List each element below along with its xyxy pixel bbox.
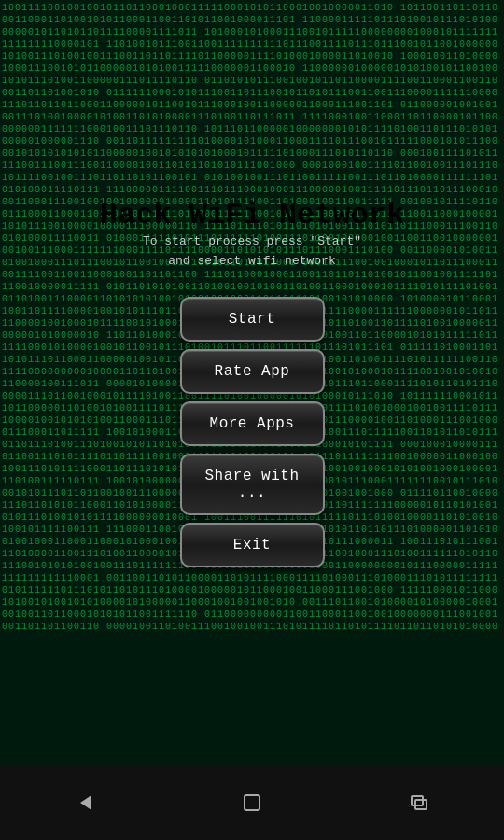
button-container: Start Rate App More Apps Share with ... … — [159, 297, 345, 567]
more-apps-button[interactable]: More Apps — [180, 401, 325, 446]
svg-marker-0 — [80, 795, 91, 810]
rate-app-button[interactable]: Rate App — [180, 349, 325, 394]
svg-rect-1 — [245, 795, 259, 810]
recents-button[interactable] — [403, 786, 437, 819]
start-button[interactable]: Start — [180, 297, 325, 342]
exit-button[interactable]: Exit — [180, 523, 325, 567]
bottom-navigation-bar — [0, 765, 504, 840]
home-button[interactable] — [235, 786, 269, 819]
back-button[interactable] — [67, 786, 101, 819]
app-subtitle: To start process press "Start" and selec… — [143, 232, 361, 272]
app-title: Hack WiFi Network — [100, 198, 404, 232]
share-with-button[interactable]: Share with ... — [180, 454, 325, 515]
